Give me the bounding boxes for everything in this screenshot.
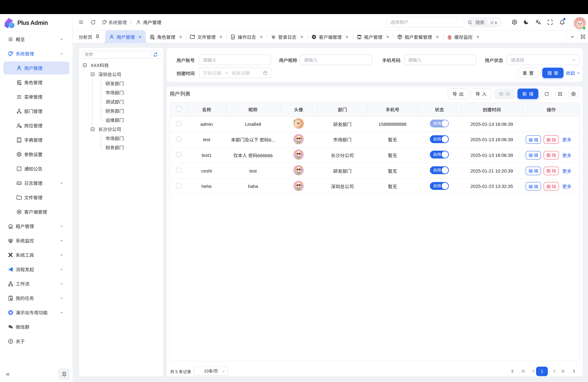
svg-text:DEV: DEV [18,182,21,184]
svg-text:redis: redis [448,39,451,40]
